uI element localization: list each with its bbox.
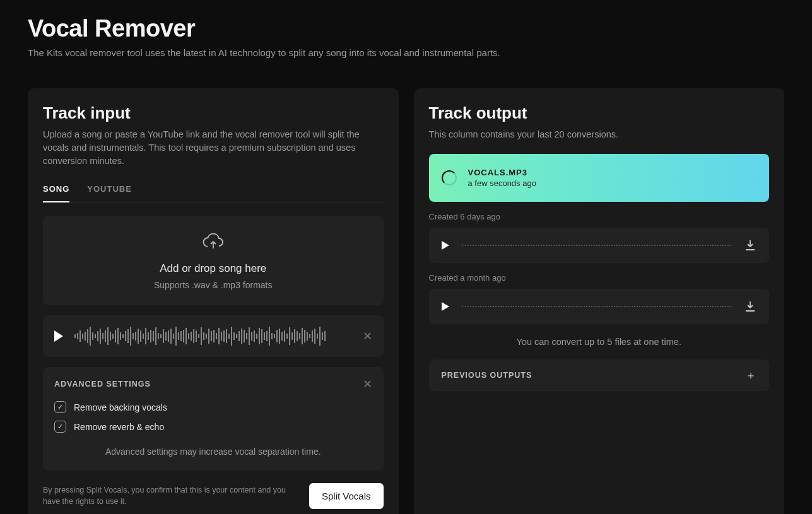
advanced-note: Advanced settings may increase vocal sep… [54,447,372,457]
close-icon[interactable]: ✕ [363,378,372,390]
play-icon[interactable] [442,241,449,250]
page-title: Vocal Remover [28,15,784,42]
play-icon[interactable] [54,330,63,342]
page-subtitle: The Kits vocal remover tool uses the lat… [28,47,784,58]
output-item-created: Created 6 days ago [429,212,770,221]
plus-icon: ＋ [745,370,756,381]
processing-filename: VOCALS.MP3 [468,168,536,177]
progress-track[interactable] [462,245,732,246]
download-icon[interactable] [744,300,756,313]
split-vocals-button[interactable]: Split Vocals [309,483,384,509]
cloud-upload-icon [202,233,225,251]
upload-dropzone[interactable]: Add or drop song here Supports .wav & .m… [43,216,384,305]
checkbox-label: Remove reverb & echo [74,422,164,432]
tab-youtube[interactable]: YOUTUBE [87,180,132,202]
waveform[interactable] [74,325,351,347]
output-item-created: Created a month ago [429,273,770,283]
track-output-panel: Track output This column contains your l… [414,88,785,514]
advanced-settings-panel: ADVANCED SETTINGS ✕ ✓ Remove backing voc… [43,367,384,470]
processing-card[interactable]: VOCALS.MP3 a few seconds ago [429,154,770,202]
output-player [429,289,770,324]
previous-outputs-toggle[interactable]: PREVIOUS OUTPUTS ＋ [429,359,770,391]
output-limit-note: You can convert up to 5 files at one tim… [429,337,770,347]
dropzone-text: Add or drop song here [53,262,374,275]
input-tabs: SONG YOUTUBE [43,180,384,203]
track-input-subtitle: Upload a song or paste a YouTube link an… [43,128,384,168]
disclaimer-text: By pressing Split Vocals, you confirm th… [43,485,297,507]
checkbox-label: Remove backing vocals [74,402,167,412]
track-output-title: Track output [429,103,770,123]
progress-track[interactable] [462,306,732,307]
download-icon[interactable] [744,239,756,252]
advanced-settings-title: ADVANCED SETTINGS [54,380,151,388]
output-player [429,228,770,263]
tab-song[interactable]: SONG [43,180,69,202]
checkbox-remove-backing[interactable]: ✓ [54,401,66,413]
loaded-track-player: ✕ [43,315,384,357]
dropzone-subtext: Supports .wav & .mp3 formats [53,280,374,290]
track-output-subtitle: This column contains your last 20 conver… [429,128,770,141]
remove-track-icon[interactable]: ✕ [363,330,372,342]
processing-time: a few seconds ago [468,178,536,188]
checkbox-remove-reverb[interactable]: ✓ [54,421,66,433]
play-icon[interactable] [442,302,449,311]
spinner-icon [442,170,457,185]
track-input-panel: Track input Upload a song or paste a You… [28,88,399,514]
previous-outputs-label: PREVIOUS OUTPUTS [442,371,533,380]
track-input-title: Track input [43,103,384,123]
